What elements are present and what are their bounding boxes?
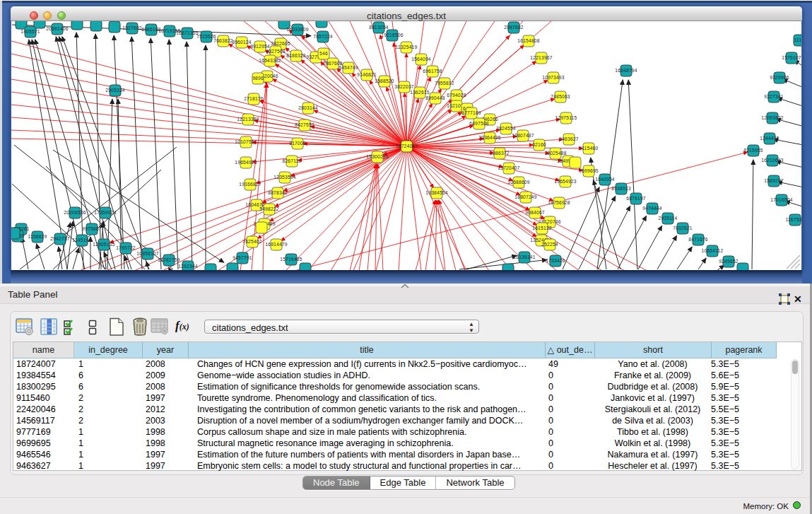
svg-text:16648794: 16648794 (615, 68, 637, 73)
svg-text:8878342: 8878342 (268, 190, 288, 195)
svg-text:1112: 1112 (794, 37, 801, 42)
svg-text:9457791: 9457791 (233, 255, 252, 260)
svg-text:1733426: 1733426 (546, 258, 565, 263)
svg-text:9146821: 9146821 (357, 72, 377, 77)
svg-text:3822605: 3822605 (271, 41, 290, 46)
svg-text:8813054: 8813054 (369, 25, 389, 30)
svg-text:12905135: 12905135 (93, 242, 114, 247)
svg-text:15716485: 15716485 (280, 257, 302, 262)
svg-text:8267110: 8267110 (283, 158, 302, 163)
svg-text:5498222: 5498222 (259, 206, 279, 211)
svg-text:2718176: 2718176 (244, 96, 264, 101)
svg-text:19384554: 19384554 (425, 190, 447, 195)
svg-text:17016504: 17016504 (770, 197, 792, 202)
svg-text:9329966: 9329966 (770, 75, 789, 80)
svg-text:8471676: 8471676 (688, 237, 708, 242)
svg-text:2087682: 2087682 (504, 25, 524, 30)
svg-text:12353594: 12353594 (273, 175, 295, 180)
svg-text:1575107: 1575107 (782, 55, 801, 60)
svg-text:10107554: 10107554 (235, 139, 257, 144)
svg-text:817006: 817006 (289, 141, 306, 146)
svg-text:2935114: 2935114 (659, 216, 678, 221)
svg-text:1564094: 1564094 (411, 57, 431, 62)
svg-text:16154808: 16154808 (517, 38, 539, 43)
svg-text:10807487: 10807487 (512, 133, 534, 138)
svg-text:10654112: 10654112 (702, 248, 724, 253)
svg-text:546: 546 (319, 51, 328, 56)
svg-text:1156829: 1156829 (28, 234, 47, 239)
svg-text:10688609: 10688609 (507, 180, 529, 185)
svg-text:7632621: 7632621 (673, 226, 693, 230)
svg-text:19654923: 19654923 (554, 179, 576, 184)
svg-text:8938913: 8938913 (611, 186, 631, 191)
svg-text:7986372: 7986372 (490, 151, 510, 156)
svg-text:6961758: 6961758 (423, 69, 442, 74)
svg-text:8427552: 8427552 (295, 122, 314, 127)
svg-text:9227341: 9227341 (764, 94, 784, 99)
svg-text:1292344: 1292344 (178, 264, 198, 269)
svg-text:9896: 9896 (252, 76, 264, 81)
svg-text:3824554: 3824554 (496, 126, 516, 131)
svg-text:19756928: 19756928 (548, 200, 570, 205)
svg-text:18300295: 18300295 (366, 154, 388, 159)
svg-text:9084067: 9084067 (525, 210, 545, 215)
svg-text:18807249: 18807249 (514, 194, 536, 199)
svg-text:7625402: 7625402 (242, 239, 262, 244)
svg-text:9975867: 9975867 (82, 226, 102, 231)
svg-text:6497508: 6497508 (469, 121, 489, 126)
svg-text:10958107: 10958107 (136, 251, 158, 256)
svg-text:16136141: 16136141 (513, 255, 535, 259)
svg-text:7515526: 7515526 (196, 34, 216, 39)
svg-text:9463627: 9463627 (559, 136, 579, 141)
svg-text:6879197: 6879197 (626, 196, 646, 201)
svg-text:19166827: 19166827 (239, 182, 261, 187)
svg-text:9699695: 9699695 (579, 168, 599, 173)
svg-text:1615132: 1615132 (532, 226, 552, 230)
svg-text:7955812: 7955812 (435, 81, 454, 86)
svg-text:7857224: 7857224 (313, 34, 333, 39)
svg-text:8912954: 8912954 (250, 44, 270, 49)
svg-text:20691406: 20691406 (46, 26, 68, 31)
svg-text:2803144: 2803144 (298, 105, 318, 110)
svg-text:8186328: 8186328 (286, 53, 306, 58)
svg-text:16210643: 16210643 (761, 158, 783, 163)
svg-text:10025488: 10025488 (544, 151, 566, 156)
svg-text:16782759: 16782759 (158, 257, 180, 262)
svg-text:1167533: 1167533 (786, 217, 801, 222)
svg-text:1527602: 1527602 (122, 25, 142, 30)
svg-text:19218506: 19218506 (381, 33, 403, 37)
svg-text:20206536: 20206536 (64, 210, 86, 215)
svg-text:12213967: 12213967 (530, 55, 552, 60)
svg-text:1244415: 1244415 (760, 136, 779, 141)
svg-text:1405571: 1405571 (20, 29, 40, 34)
svg-text:10973493: 10973493 (542, 75, 564, 80)
svg-text:9474444: 9474444 (642, 206, 662, 211)
svg-text:8960124: 8960124 (232, 40, 252, 45)
svg-text:11325419: 11325419 (396, 45, 418, 49)
svg-text:7485063: 7485063 (551, 94, 570, 99)
svg-text:12093822: 12093822 (761, 115, 783, 120)
svg-text:1588520: 1588520 (375, 78, 394, 83)
svg-text:252254: 252254 (541, 242, 558, 247)
svg-text:62160: 62160 (532, 142, 546, 147)
svg-text:9327503: 9327503 (266, 49, 286, 54)
svg-text:15720407: 15720407 (498, 165, 519, 170)
svg-text:8215955: 8215955 (743, 148, 763, 153)
svg-text:16914479: 16914479 (265, 242, 287, 247)
svg-text:1362615: 1362615 (410, 90, 430, 95)
svg-text:1640954: 1640954 (595, 177, 615, 182)
svg-text:2942737: 2942737 (50, 236, 70, 241)
svg-text:6794028: 6794028 (447, 93, 466, 98)
svg-text:16671355: 16671355 (176, 30, 198, 35)
svg-text:8990448: 8990448 (425, 95, 445, 100)
svg-text:1795722: 1795722 (116, 245, 136, 250)
svg-text:2905334: 2905334 (105, 88, 125, 93)
svg-text:3822037: 3822037 (394, 84, 414, 89)
svg-text:9115460: 9115460 (579, 146, 599, 151)
svg-text:18724007: 18724007 (396, 144, 418, 148)
svg-text:7663822: 7663822 (213, 38, 233, 43)
svg-text:16543382: 16543382 (259, 58, 281, 63)
svg-text:1145194: 1145194 (73, 238, 92, 243)
svg-text:12975115: 12975115 (555, 115, 577, 120)
svg-text:16033809: 16033809 (286, 27, 308, 32)
